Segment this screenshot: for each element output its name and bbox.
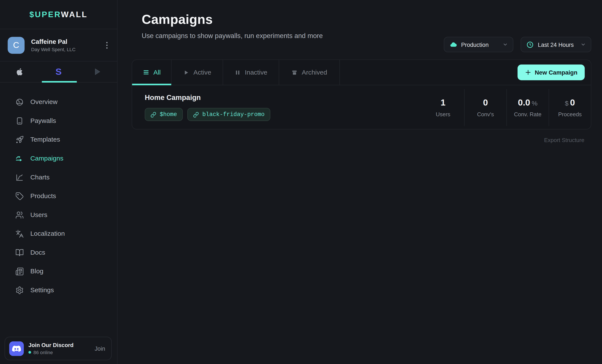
sidebar-item-blog[interactable]: Blog [0, 262, 117, 281]
superwall-s-icon: S [55, 66, 62, 77]
new-campaign-button[interactable]: New Campaign [517, 64, 585, 80]
platform-active-underline [42, 81, 77, 83]
export-structure-link[interactable]: Export Structure [544, 137, 584, 143]
discord-card[interactable]: Join Our Discord 86 online Join [4, 337, 112, 360]
sidebar-item-label: Docs [30, 249, 45, 256]
sidebar-item-label: Users [30, 211, 47, 219]
sidebar-item-localization[interactable]: Localization [0, 224, 117, 243]
sidebar-item-label: Products [30, 192, 56, 200]
stat-label: Conv's [477, 111, 494, 118]
sidebar-item-settings[interactable]: Settings [0, 281, 117, 300]
stat-label: Conv. Rate [514, 111, 541, 118]
account-text: Caffeine Pal Day Well Spent, LLC [31, 38, 76, 52]
campaign-stats: 1 Users 0 Conv's 0.0 % [422, 89, 591, 126]
main-content: Campaigns Use campaigns to show paywalls… [118, 0, 602, 364]
sidebar-item-label: Localization [30, 230, 65, 238]
plus-icon [525, 69, 531, 76]
sidebar-nav: Overview Paywalls Templates [0, 93, 117, 300]
campaign-info: Home Campaign $home [145, 85, 270, 130]
stat-number: 0 [570, 97, 575, 108]
stat-number: 0 [483, 97, 488, 108]
smartphone-icon [15, 117, 24, 125]
placement-tag[interactable]: $home [145, 108, 183, 121]
kebab-menu-icon [106, 41, 108, 49]
book-open-icon [15, 248, 24, 257]
cloud-icon [450, 41, 457, 48]
placement-tag[interactable]: black-friday-promo [187, 108, 270, 121]
platform-tab-superwall[interactable]: S [39, 62, 78, 82]
pause-icon [234, 69, 241, 76]
tab-active[interactable]: Active [172, 60, 223, 85]
sidebar-item-docs[interactable]: Docs [0, 243, 117, 262]
discord-join-button[interactable]: Join [95, 345, 105, 352]
apple-icon [15, 68, 24, 76]
sidebar-item-overview[interactable]: Overview [0, 93, 117, 111]
environment-dropdown[interactable]: Production [444, 37, 513, 52]
tab-archived[interactable]: Archived [279, 60, 340, 85]
placement-tag-label: black-friday-promo [202, 111, 265, 118]
tab-inactive[interactable]: Inactive [223, 60, 279, 85]
stat-label: Users [436, 111, 450, 118]
platform-tab-ios[interactable] [0, 62, 39, 82]
sidebar-item-label: Charts [30, 173, 49, 181]
avatar: C [8, 37, 25, 54]
gear-icon [15, 286, 24, 294]
stat-value: 1 [441, 97, 446, 108]
discord-text: Join Our Discord 86 online [28, 342, 74, 355]
sidebar-item-products[interactable]: Products [0, 186, 117, 205]
sidebar-item-label: Templates [30, 136, 60, 144]
languages-icon [15, 229, 24, 238]
tab-label: All [153, 69, 161, 76]
new-campaign-label: New Campaign [535, 69, 578, 76]
account-org: Day Well Spent, LLC [31, 47, 76, 52]
google-play-icon [94, 68, 102, 76]
gauge-icon [15, 98, 24, 106]
stat-conversions: 0 Conv's [464, 89, 506, 126]
platform-tab-android[interactable] [78, 62, 117, 82]
sidebar: $UPERWALL C Caffeine Pal Day Well Spent,… [0, 0, 118, 364]
newspaper-icon [15, 267, 24, 276]
tab-all[interactable]: All [132, 60, 172, 85]
stat-proceeds: $ 0 Proceeds [549, 89, 591, 126]
chevron-down-icon [503, 42, 508, 47]
sidebar-item-campaigns[interactable]: Campaigns [0, 149, 117, 168]
rocket-icon [15, 135, 24, 144]
split-arrows-icon [15, 154, 24, 162]
superwall-dashboard: $UPERWALL C Caffeine Pal Day Well Spent,… [0, 0, 602, 364]
tag-icon [15, 192, 24, 200]
account-menu-button[interactable] [104, 40, 109, 51]
tab-label: Inactive [245, 69, 268, 76]
sidebar-item-users[interactable]: Users [0, 205, 117, 224]
users-icon [15, 211, 24, 219]
sidebar-item-label: Blog [30, 268, 43, 275]
discord-icon [12, 344, 21, 353]
sidebar-item-label: Campaigns [30, 154, 63, 162]
environment-value: Production [461, 41, 489, 48]
campaign-row[interactable]: Home Campaign $home [132, 85, 591, 130]
discord-title: Join Our Discord [28, 342, 74, 348]
sidebar-item-paywalls[interactable]: Paywalls [0, 111, 117, 130]
time-range-dropdown[interactable]: Last 24 Hours [521, 37, 591, 52]
superwall-logo[interactable]: $UPERWALL [29, 10, 88, 19]
account-switcher[interactable]: C Caffeine Pal Day Well Spent, LLC [0, 29, 117, 62]
account-name: Caffeine Pal [31, 38, 76, 45]
stat-conversion-rate: 0.0 % Conv. Rate [506, 89, 549, 126]
sidebar-item-label: Overview [30, 98, 58, 106]
sidebar-item-label: Paywalls [30, 117, 56, 125]
archive-icon [291, 69, 298, 76]
sidebar-item-templates[interactable]: Templates [0, 130, 117, 149]
campaign-name: Home Campaign [145, 93, 270, 102]
stat-value: 0.0 % [518, 97, 538, 108]
play-icon [183, 69, 189, 76]
stat-value: 0 [483, 97, 488, 108]
online-dot [28, 351, 31, 354]
chart-curve-icon [15, 173, 24, 181]
logo-white-part: WALL [61, 10, 88, 19]
logo-teal-part: $UPER [29, 10, 61, 19]
discord-badge [9, 341, 24, 356]
tab-label: Active [193, 69, 211, 76]
placement-tags: $home black-friday-promo [145, 108, 270, 121]
page-title: Campaigns [142, 12, 602, 27]
sidebar-item-charts[interactable]: Charts [0, 168, 117, 187]
sidebar-item-label: Settings [30, 286, 54, 294]
